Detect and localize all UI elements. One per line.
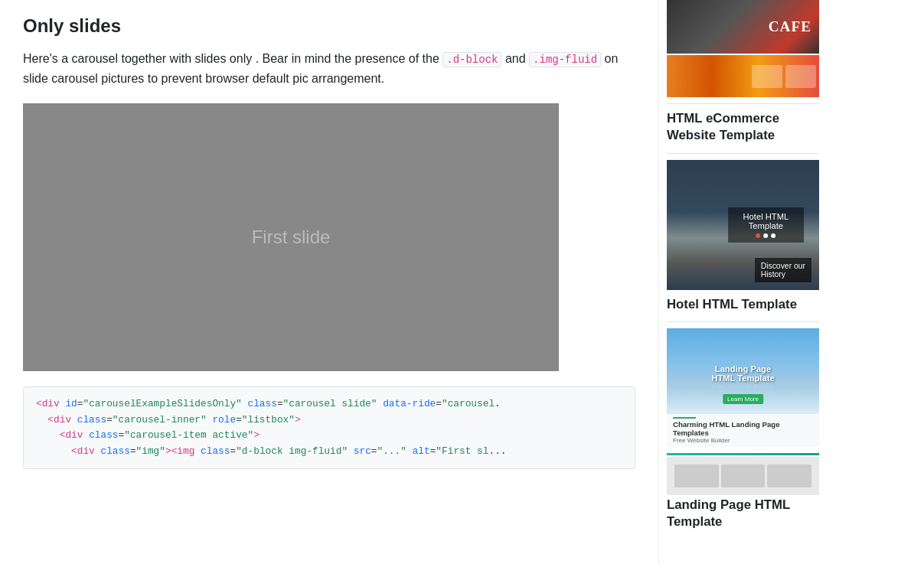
landing-bottom-sub: Free Website Builder — [673, 437, 813, 444]
mini-col-2 — [721, 465, 766, 487]
hotel-history-box: Discover our History — [755, 258, 811, 282]
landing-link[interactable]: Landing Page HTML Template — [667, 497, 819, 530]
slide-label: First slide — [252, 227, 331, 248]
sidebar-thumb-2 — [785, 65, 816, 88]
code-block: <div id="carouselExampleSlidesOnly" clas… — [23, 386, 635, 469]
description-text-part2: and — [505, 52, 526, 65]
landing-divider-bar — [673, 417, 696, 419]
ecommerce-link[interactable]: HTML eCommerce Website Template — [667, 110, 819, 144]
divider-2 — [667, 153, 819, 154]
template-label: Template — [667, 514, 722, 529]
dot-1 — [756, 233, 760, 238]
hotel-overlay: Hotel HTML Template — [728, 207, 805, 243]
teal-bar — [667, 453, 819, 455]
sidebar-thumb-1 — [752, 65, 782, 88]
landing-page-label: Landing Page HTML — [667, 497, 790, 512]
sidebar-image-thumbnails — [749, 62, 819, 91]
divider-1 — [667, 103, 819, 104]
landing-bottom-title: Charming HTML Landing Page Templates — [673, 420, 813, 437]
landing-overlay-sub: Free Website Builder — [705, 383, 782, 390]
mini-columns — [674, 465, 811, 487]
landing-btn[interactable]: Learn More — [723, 394, 763, 404]
hotel-overlay-title: Hotel HTML Template — [736, 212, 797, 230]
cafe-label: CAFE — [761, 15, 819, 39]
landing-bottom-section: Charming HTML Landing Page Templates Fre… — [667, 414, 819, 447]
landing-overlay: Landing Page HTML Template Free Website … — [705, 364, 782, 404]
main-content: Only slides Here's a carousel together w… — [0, 0, 658, 564]
dot-3 — [771, 233, 775, 238]
mini-col-1 — [674, 465, 719, 487]
landing-overlay-title: Landing Page HTML Template — [705, 364, 782, 383]
carousel-slide-placeholder: First slide — [23, 103, 559, 371]
section-title: Only slides — [23, 15, 635, 37]
code-img-fluid: .img-fluid — [529, 52, 601, 67]
sidebar-ecommerce-image — [667, 55, 819, 97]
hotel-overlay-dots — [736, 233, 797, 238]
divider-3 — [667, 321, 819, 322]
landing-mini-img — [667, 457, 819, 495]
hotel-link[interactable]: Hotel HTML Template — [667, 296, 819, 313]
sidebar-landing-image: Landing Page HTML Template Free Website … — [667, 328, 819, 447]
hotel-history-sub: History — [761, 270, 805, 279]
code-d-block: .d-block — [442, 52, 501, 67]
description-text-part1: Here's a carousel together with slides o… — [23, 52, 439, 65]
sidebar: CAFE HTML eCommerce Website Template Hot… — [658, 0, 827, 564]
mini-col-3 — [767, 465, 811, 487]
sidebar-hotel-image: Hotel HTML Template Discover our History — [667, 160, 819, 290]
hotel-history-label: Discover our — [761, 262, 805, 270]
dot-2 — [763, 233, 768, 238]
description-paragraph: Here's a carousel together with slides o… — [23, 49, 635, 88]
sidebar-cafe-image: CAFE — [667, 0, 819, 54]
